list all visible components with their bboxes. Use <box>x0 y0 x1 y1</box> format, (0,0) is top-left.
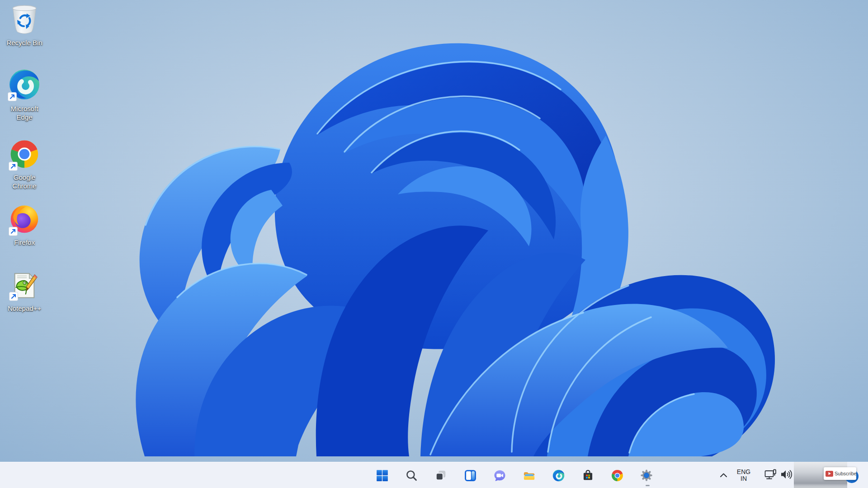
language-line-1: ENG <box>737 469 750 475</box>
chrome-icon <box>9 139 39 171</box>
firefox-icon <box>9 204 39 236</box>
desktop-icon-label: Firefox <box>14 238 35 247</box>
desktop-icon-edge[interactable]: Microsoft Edge <box>3 69 46 122</box>
language-line-2: IN <box>741 475 747 482</box>
task-view-button[interactable] <box>430 465 452 486</box>
desktop-icon-label: Google Chrome <box>3 173 46 190</box>
wallpaper-bloom <box>0 0 868 462</box>
desktop-icon-recycle-bin[interactable]: Recycle Bin <box>3 5 46 47</box>
edge-icon <box>552 469 565 482</box>
chat-button[interactable] <box>489 465 510 486</box>
tray-language-switcher[interactable]: ENG IN <box>733 462 755 488</box>
tray-volume-button[interactable] <box>778 462 795 488</box>
search-button[interactable] <box>401 465 422 486</box>
edge-taskbar-button[interactable] <box>547 465 569 486</box>
notepadpp-icon <box>10 271 39 302</box>
search-icon <box>406 469 417 481</box>
desktop-icon-chrome[interactable]: Google Chrome <box>3 139 46 190</box>
desktop-icon-firefox[interactable]: Firefox <box>3 204 46 247</box>
desktop-icon-label: Notepad++ <box>8 304 41 313</box>
chevron-up-icon <box>720 471 727 479</box>
widgets-button[interactable] <box>459 465 481 486</box>
desktop-icon-label: Microsoft Edge <box>3 104 46 122</box>
taskbar: ENG IN <box>0 462 868 488</box>
taskbar-center-group <box>371 462 657 488</box>
store-button[interactable] <box>577 465 599 486</box>
subscribe-button[interactable]: Subscribe <box>824 467 856 480</box>
recycle-bin-icon <box>11 5 38 36</box>
settings-running-indicator <box>646 485 650 486</box>
microsoft-store-icon <box>582 469 594 482</box>
file-explorer-button[interactable] <box>518 465 540 486</box>
settings-button[interactable] <box>636 465 657 486</box>
tray-network-button[interactable] <box>763 462 778 488</box>
chrome-icon <box>611 469 623 482</box>
windows-desktop: Recycle Bin <box>0 0 868 488</box>
edge-icon <box>9 69 40 102</box>
speaker-icon <box>780 469 793 482</box>
tray-hidden-icons-button[interactable] <box>717 462 730 488</box>
desktop-icon-label: Recycle Bin <box>6 38 42 47</box>
desktop-icon-notepadpp[interactable]: Notepad++ <box>3 271 46 313</box>
widgets-icon <box>464 469 476 482</box>
chrome-taskbar-button[interactable] <box>606 465 628 486</box>
settings-gear-icon <box>640 469 653 482</box>
file-explorer-icon <box>523 469 535 482</box>
windows-logo-icon <box>376 469 388 482</box>
youtube-icon <box>826 471 833 477</box>
ethernet-monitor-icon <box>764 469 777 482</box>
chat-icon <box>494 469 506 482</box>
start-button[interactable] <box>371 465 393 486</box>
task-view-icon <box>435 469 447 481</box>
subscribe-label: Subscribe <box>835 471 856 476</box>
